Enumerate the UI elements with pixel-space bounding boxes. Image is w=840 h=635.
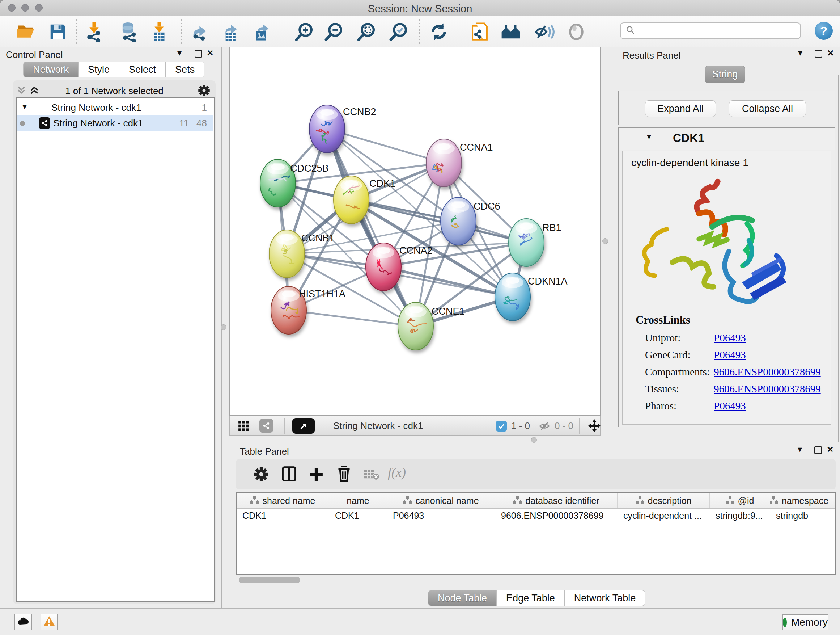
column-header-canonical-name[interactable]: canonical name <box>387 493 495 508</box>
fit-content-icon[interactable] <box>587 418 602 434</box>
table-row[interactable]: CDK1CDK1P064939606.ENSP00000378699cyclin… <box>237 509 835 523</box>
table-horizontal-scrollbar[interactable] <box>239 577 300 583</box>
import-table-icon[interactable] <box>148 20 171 43</box>
gene-collapse-icon[interactable]: ▾ <box>647 131 651 141</box>
network-node-CCNE1[interactable] <box>398 302 433 350</box>
collapse-all-button[interactable]: Collapse All <box>729 100 806 117</box>
save-session-icon[interactable] <box>46 20 69 43</box>
table-gear-icon[interactable] <box>253 466 269 484</box>
import-network-icon[interactable] <box>82 20 106 43</box>
export-image-icon[interactable] <box>251 20 274 43</box>
tab-node-table[interactable]: Node Table <box>428 590 497 606</box>
import-network-database-icon[interactable] <box>118 20 141 43</box>
open-in-window-button[interactable] <box>292 418 315 434</box>
string-style-icon[interactable] <box>259 419 273 432</box>
control-panel-float-icon[interactable] <box>195 50 202 57</box>
zoom-fit-icon[interactable] <box>355 20 378 43</box>
network-node-RB1[interactable] <box>508 219 544 266</box>
network-node-CDC6[interactable] <box>441 197 476 245</box>
crosslink-link[interactable]: 9606.ENSP00000378699 <box>714 383 821 395</box>
network-node-CCNA1[interactable] <box>426 139 462 187</box>
network-node-CDKN1A[interactable] <box>495 273 531 321</box>
tab-edge-table[interactable]: Edge Table <box>497 590 565 606</box>
network-canvas[interactable]: CCNB2CCNA1CDC25BCDK1CDC6RB1CCNB1CCNA2CDK… <box>229 47 600 416</box>
zoom-in-icon[interactable] <box>293 20 316 43</box>
table-cell[interactable]: CDK1 <box>237 509 329 523</box>
add-column-icon[interactable] <box>308 466 324 484</box>
crosslink-link[interactable]: P06493 <box>714 400 746 412</box>
node-table[interactable]: shared namenamecanonical namedatabase id… <box>236 492 836 575</box>
birds-eye-view-icon[interactable] <box>238 420 250 434</box>
delete-table-icon[interactable] <box>363 469 380 482</box>
tab-sets[interactable]: Sets <box>166 62 204 78</box>
selected-checkbox-icon[interactable] <box>496 421 507 432</box>
crosslink-link[interactable]: P06493 <box>714 349 746 361</box>
home-icon[interactable] <box>499 20 523 43</box>
tab-style[interactable]: Style <box>79 62 119 78</box>
warning-button[interactable] <box>41 614 58 630</box>
table-cell[interactable]: P06493 <box>387 509 495 523</box>
table-panel-close-icon[interactable]: × <box>827 445 834 454</box>
network-collection-row[interactable]: ▾ String Network - cdk1 1 <box>17 101 214 115</box>
tab-network[interactable]: Network <box>23 62 79 78</box>
refresh-icon[interactable] <box>427 20 450 43</box>
tree-expand-icon[interactable]: ▾ <box>22 101 27 111</box>
network-row[interactable]: String Network - cdk1 11 48 <box>17 115 213 131</box>
clone-network-icon[interactable] <box>468 20 491 43</box>
hide-labels-icon[interactable] <box>533 20 556 43</box>
right-splitter-handle[interactable] <box>602 238 608 244</box>
network-node-CCNB2[interactable] <box>309 105 345 153</box>
horizontal-splitter-handle[interactable] <box>531 437 537 443</box>
function-builder-icon[interactable]: f(x) <box>388 465 406 480</box>
column-header-namespace[interactable]: namespace <box>770 493 828 508</box>
table-cell[interactable]: cyclin-dependent ... <box>617 509 710 523</box>
column-header-database-identifier[interactable]: database identifier <box>495 493 617 508</box>
open-session-icon[interactable] <box>14 20 37 43</box>
export-table-icon[interactable] <box>220 20 243 43</box>
table-panel-menu-icon[interactable]: ▾ <box>798 444 802 454</box>
tab-string[interactable]: String <box>705 65 745 83</box>
network-node-CCNB1[interactable] <box>269 230 305 278</box>
crosslink-link[interactable]: P06493 <box>714 332 746 344</box>
network-edge[interactable] <box>289 310 416 326</box>
gene-header-row[interactable]: ▾ CDK1 <box>619 128 835 150</box>
column-header-shared-name[interactable]: shared name <box>237 493 329 508</box>
search-input[interactable] <box>635 25 792 37</box>
gear-icon[interactable] <box>197 84 210 98</box>
table-cell[interactable]: 9606.ENSP00000378699 <box>495 509 617 523</box>
delete-column-icon[interactable] <box>336 465 352 484</box>
table-cell[interactable]: stringdb:9... <box>710 509 770 523</box>
expand-all-button[interactable]: Expand All <box>645 100 716 117</box>
search-field[interactable] <box>620 22 801 39</box>
zoom-out-icon[interactable] <box>322 20 346 43</box>
help-icon[interactable]: ? <box>815 22 833 40</box>
results-panel-float-icon[interactable] <box>815 50 822 57</box>
table-panel-float-icon[interactable] <box>814 447 822 454</box>
sphere-icon[interactable] <box>565 20 588 43</box>
control-panel-menu-icon[interactable]: ▾ <box>177 48 182 58</box>
memory-button[interactable]: Memory <box>782 614 829 630</box>
crosslink-link[interactable]: 9606.ENSP00000378699 <box>714 366 821 378</box>
tab-select[interactable]: Select <box>119 62 166 78</box>
hidden-eye-icon[interactable] <box>538 420 551 433</box>
column-header-@id[interactable]: @id <box>710 493 770 508</box>
table-cell[interactable]: stringdb <box>770 509 828 523</box>
table-panel: Table Panel ▾ × f(x) shared namenamecano… <box>224 443 840 608</box>
results-panel-close-icon[interactable]: × <box>827 49 834 57</box>
zoom-selected-icon[interactable] <box>387 20 410 43</box>
toolbar-separator <box>181 19 182 44</box>
table-cell[interactable]: CDK1 <box>329 509 387 523</box>
column-header-description[interactable]: description <box>617 493 710 508</box>
column-header-name[interactable]: name <box>329 493 387 508</box>
tab-network-table[interactable]: Network Table <box>565 590 646 606</box>
show-columns-icon[interactable] <box>281 466 297 484</box>
table-tabs: Node TableEdge TableNetwork Table <box>428 590 645 606</box>
network-node-CCNA2[interactable] <box>366 243 401 291</box>
network-graph[interactable]: CCNB2CCNA1CDC25BCDK1CDC6RB1CCNB1CCNA2CDK… <box>230 48 600 415</box>
export-network-icon[interactable] <box>189 20 212 43</box>
network-node-CDK1[interactable] <box>333 176 369 224</box>
cloud-button[interactable] <box>14 614 32 630</box>
control-panel-close-icon[interactable]: × <box>207 49 213 57</box>
left-splitter-handle[interactable] <box>221 325 226 330</box>
results-panel-menu-icon[interactable]: ▾ <box>798 48 802 58</box>
